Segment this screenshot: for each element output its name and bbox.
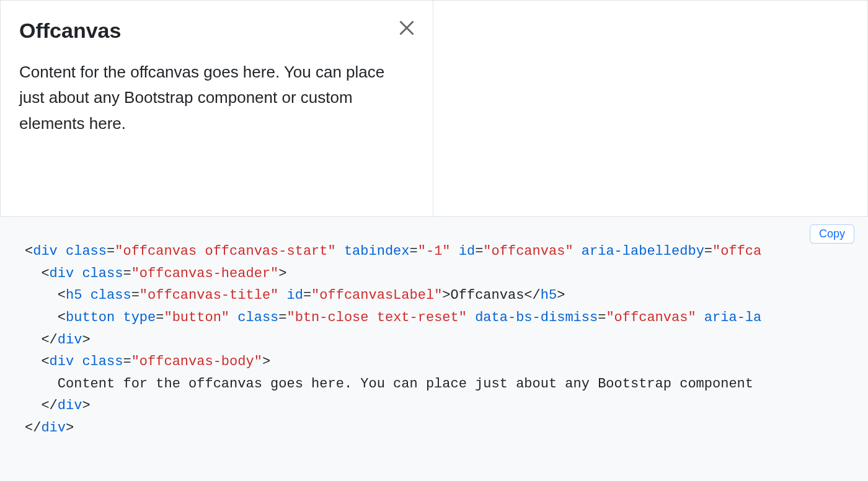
- offcanvas-body: Content for the offcanvas goes here. You…: [1, 48, 410, 149]
- code-pre: <div class="offcanvas offcanvas-start" t…: [25, 240, 843, 439]
- copy-button[interactable]: Copy: [810, 224, 854, 244]
- page: Offcanvas Content for the offcanvas goes…: [0, 0, 868, 481]
- code-block: Copy <div class="offcanvas offcanvas-sta…: [0, 217, 868, 458]
- close-icon: [398, 19, 415, 37]
- close-button[interactable]: [398, 19, 415, 38]
- offcanvas-header: Offcanvas: [1, 1, 433, 48]
- offcanvas-title: Offcanvas: [19, 18, 121, 43]
- offcanvas-panel: Offcanvas Content for the offcanvas goes…: [1, 1, 433, 216]
- example-empty-area: [433, 1, 867, 216]
- example-preview: Offcanvas Content for the offcanvas goes…: [0, 0, 868, 217]
